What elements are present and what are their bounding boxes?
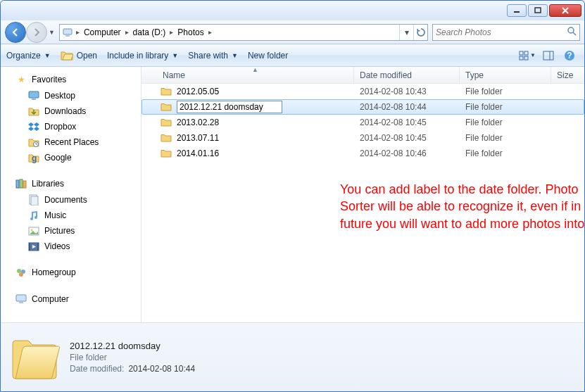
sidebar-item-label: Recent Places	[44, 137, 99, 147]
preview-pane-button[interactable]	[539, 48, 558, 63]
libraries-icon	[15, 177, 27, 190]
nav-buttons: ▼	[5, 22, 55, 43]
minimize-button[interactable]	[507, 4, 527, 17]
address-dropdown-icon[interactable]: ▾	[399, 25, 413, 40]
file-name: 2013.07.11	[177, 133, 219, 143]
table-row[interactable]: 2012.05.052014-02-08 10:43File folder	[141, 84, 584, 99]
column-header-type[interactable]: Type	[460, 67, 551, 83]
sidebar-item-music[interactable]: Music	[1, 208, 141, 223]
sidebar-head-libraries[interactable]: Libraries	[1, 175, 141, 192]
file-name: 2014.01.16	[177, 148, 219, 158]
share-with-menu[interactable]: Share with▼	[188, 51, 238, 61]
search-input[interactable]	[436, 27, 564, 37]
table-row[interactable]: 2014-02-08 10:44File folder	[141, 99, 584, 115]
table-row[interactable]: 2014.01.162014-02-08 10:46File folder	[141, 146, 584, 161]
sort-ascending-icon: ▲	[252, 66, 258, 73]
svg-text:?: ?	[567, 51, 572, 61]
svg-rect-11	[524, 56, 528, 60]
refresh-button[interactable]	[413, 25, 427, 40]
search-box[interactable]	[432, 24, 580, 41]
sidebar-item-pictures[interactable]: Pictures	[1, 223, 141, 239]
sidebar-head-favorites[interactable]: ★ Favorites	[1, 71, 141, 88]
file-type: File folder	[460, 133, 551, 143]
svg-rect-24	[31, 196, 38, 206]
svg-point-32	[19, 272, 23, 277]
breadcrumb-sep[interactable]: ▸	[169, 28, 174, 36]
svg-rect-1	[535, 8, 541, 13]
maximize-button[interactable]	[528, 4, 548, 17]
svg-rect-28	[29, 243, 30, 251]
sidebar-item-desktop[interactable]: Desktop	[1, 88, 141, 103]
sidebar-item-dropbox[interactable]: Dropbox	[1, 119, 141, 134]
svg-rect-8	[520, 51, 523, 55]
sidebar-head-homegroup[interactable]: Homegroup	[1, 264, 141, 281]
sidebar-item-videos[interactable]: Videos	[1, 239, 141, 254]
include-in-library-menu[interactable]: Include in library▼	[107, 51, 178, 61]
history-dropdown-icon[interactable]: ▼	[49, 29, 55, 36]
file-type: File folder	[460, 118, 551, 127]
column-type-label: Type	[465, 70, 484, 80]
organize-menu[interactable]: Organize▼	[6, 51, 51, 61]
sidebar-item-downloads[interactable]: Downloads	[1, 103, 141, 119]
sidebar-group-computer: Computer	[1, 291, 141, 308]
body: ★ Favorites DesktopDownloadsDropboxRecen…	[1, 67, 584, 322]
search-icon[interactable]	[567, 26, 577, 38]
view-options-button[interactable]: ▼	[518, 48, 536, 63]
computer-icon	[15, 293, 27, 305]
chevron-down-icon: ▼	[44, 52, 51, 59]
toolbar: Organize▼ Open Include in library▼ Share…	[1, 44, 584, 67]
share-label: Share with	[188, 51, 228, 61]
sidebar: ★ Favorites DesktopDownloadsDropboxRecen…	[1, 67, 141, 322]
breadcrumb[interactable]: Computer	[80, 25, 125, 40]
computer-label: Computer	[32, 294, 69, 304]
table-row[interactable]: 2013.07.112014-02-08 10:45File folder	[141, 130, 584, 146]
folder-icon	[160, 147, 172, 160]
svg-rect-29	[37, 243, 39, 251]
sidebar-item-label: Pictures	[44, 226, 75, 236]
sidebar-item-label: Videos	[44, 241, 70, 251]
sidebar-group-homegroup: Homegroup	[1, 264, 141, 281]
breadcrumb-sep[interactable]: ▸	[125, 28, 130, 36]
favorites-icon: ★	[15, 73, 27, 86]
rename-input[interactable]	[177, 101, 282, 113]
column-size-label: Size	[557, 70, 573, 80]
back-button[interactable]	[5, 22, 26, 43]
open-button[interactable]: Open	[61, 49, 97, 62]
documents-icon	[27, 194, 40, 206]
sidebar-item-recent-places[interactable]: Recent Places	[1, 134, 141, 150]
column-header-date[interactable]: Date modified	[354, 67, 460, 83]
file-type: File folder	[460, 102, 551, 112]
table-row[interactable]: 2013.02.282014-02-08 10:45File folder	[141, 115, 584, 130]
svg-rect-10	[520, 56, 523, 60]
breadcrumb[interactable]: data (D:)	[130, 25, 170, 40]
new-folder-button[interactable]: New folder	[248, 51, 288, 61]
chevron-down-icon: ▼	[232, 52, 238, 59]
include-label: Include in library	[107, 51, 168, 61]
help-button[interactable]: ?	[560, 48, 579, 63]
details-meta: 2012.12.21 doomsday File folder Date mod…	[70, 341, 195, 374]
favorites-label: Favorites	[32, 75, 66, 84]
svg-point-30	[17, 269, 21, 273]
address-bar[interactable]: ▸ Computer ▸ data (D:) ▸ Photos ▸ ▾	[59, 24, 428, 41]
file-date: 2014-02-08 10:43	[354, 87, 460, 96]
column-header-size[interactable]: Size	[551, 67, 584, 83]
svg-rect-4	[63, 29, 72, 34]
column-header-name[interactable]: Name▲	[157, 67, 354, 83]
sidebar-item-documents[interactable]: Documents	[1, 192, 141, 208]
sidebar-head-computer[interactable]: Computer	[1, 291, 141, 308]
sidebar-item-google[interactable]: gGoogle	[1, 150, 141, 165]
breadcrumb[interactable]: Photos	[174, 25, 207, 40]
forward-button[interactable]	[26, 22, 47, 43]
navbar: ▼ ▸ Computer ▸ data (D:) ▸ Photos ▸ ▾	[1, 20, 584, 44]
file-name: 2013.02.28	[177, 118, 219, 127]
google-icon: g	[27, 151, 40, 164]
breadcrumb-sep[interactable]: ▸	[75, 28, 80, 36]
organize-label: Organize	[6, 51, 41, 61]
content-area: Name▲ Date modified Type Size 2012.05.05…	[141, 67, 584, 322]
breadcrumb-sep[interactable]: ▸	[208, 28, 213, 36]
svg-point-6	[568, 27, 574, 33]
svg-rect-12	[543, 51, 553, 60]
svg-line-7	[573, 32, 576, 35]
open-label: Open	[77, 51, 97, 61]
close-button[interactable]	[549, 4, 581, 17]
